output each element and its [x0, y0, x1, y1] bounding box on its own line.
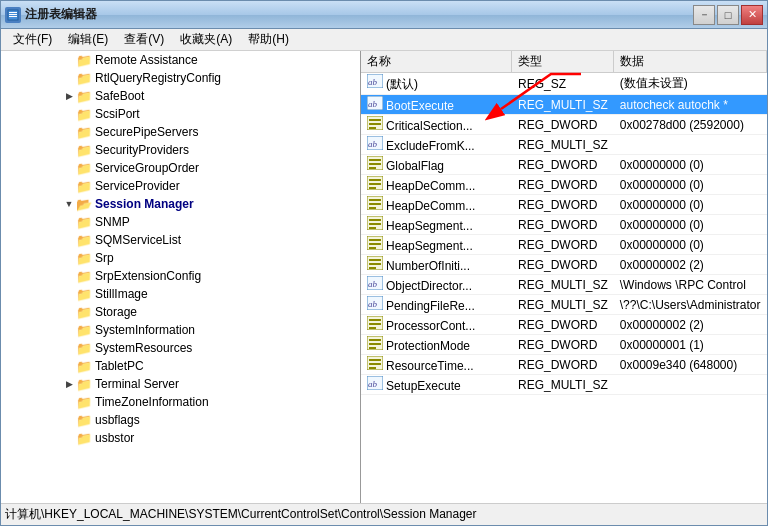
col-data[interactable]: 数据: [614, 51, 767, 73]
menu-favorites[interactable]: 收藏夹(A): [172, 29, 240, 50]
maximize-button[interactable]: □: [717, 5, 739, 25]
tree-item[interactable]: 📁usbstor: [1, 429, 360, 447]
tree-panel[interactable]: 📁Remote Assistance📁RtlQueryRegistryConfi…: [1, 51, 361, 503]
no-expand: [62, 251, 76, 265]
tree-item[interactable]: 📁ServiceProvider: [1, 177, 360, 195]
svg-rect-21: [369, 187, 376, 189]
svg-rect-27: [369, 219, 381, 221]
table-row[interactable]: HeapSegment...REG_DWORD0x00000000 (0): [361, 215, 767, 235]
tree-item[interactable]: 📁Remote Assistance: [1, 51, 360, 69]
minimize-button[interactable]: －: [693, 5, 715, 25]
title-bar: 注册表编辑器 － □ ✕: [1, 1, 767, 29]
cell-type: REG_DWORD: [512, 215, 614, 235]
tree-item[interactable]: 📁ServiceGroupOrder: [1, 159, 360, 177]
tree-item-label: usbflags: [95, 413, 140, 427]
table-row[interactable]: HeapDeComm...REG_DWORD0x00000000 (0): [361, 175, 767, 195]
window-controls: － □ ✕: [693, 5, 763, 25]
tree-item[interactable]: 📁Storage: [1, 303, 360, 321]
table-row[interactable]: ResourceTime...REG_DWORD0x0009e340 (6480…: [361, 355, 767, 375]
no-expand: [62, 287, 76, 301]
table-row[interactable]: NumberOfIniti...REG_DWORD0x00000002 (2): [361, 255, 767, 275]
ab-icon: ab: [367, 376, 383, 390]
menu-edit[interactable]: 编辑(E): [60, 29, 116, 50]
tree-item[interactable]: 📁TimeZoneInformation: [1, 393, 360, 411]
no-expand: [62, 269, 76, 283]
table-row[interactable]: ab PendingFileRe...REG_MULTI_SZ\??\C:\Us…: [361, 295, 767, 315]
cell-name: ProcessorCont...: [361, 315, 512, 335]
table-row[interactable]: ab ExcludeFromK...REG_MULTI_SZ: [361, 135, 767, 155]
menu-view[interactable]: 查看(V): [116, 29, 172, 50]
table-row[interactable]: ab BootExecuteREG_MULTI_SZautocheck auto…: [361, 95, 767, 115]
tree-item[interactable]: ▶📁SafeBoot: [1, 87, 360, 105]
no-expand: [62, 215, 76, 229]
svg-rect-2: [9, 16, 17, 17]
table-row[interactable]: HeapDeComm...REG_DWORD0x00000000 (0): [361, 195, 767, 215]
expand-icon[interactable]: ▶: [62, 377, 76, 391]
ab-icon: ab: [367, 276, 383, 290]
table-row[interactable]: HeapSegment...REG_DWORD0x00000000 (0): [361, 235, 767, 255]
table-row[interactable]: ab (默认)REG_SZ(数值未设置): [361, 73, 767, 95]
tree-item[interactable]: ▶📁Terminal Server: [1, 375, 360, 393]
menu-file[interactable]: 文件(F): [5, 29, 60, 50]
no-expand: [62, 413, 76, 427]
tree-item-label: SNMP: [95, 215, 130, 229]
expand-icon[interactable]: ▶: [62, 89, 76, 103]
tree-item[interactable]: 📁SNMP: [1, 213, 360, 231]
cell-name: ab BootExecute: [361, 95, 512, 115]
menu-help[interactable]: 帮助(H): [240, 29, 297, 50]
tree-item[interactable]: 📁SystemResources: [1, 339, 360, 357]
tree-item[interactable]: 📁TabletPC: [1, 357, 360, 375]
tree-item[interactable]: ▼📂Session Manager: [1, 195, 360, 213]
tree-item-label: StillImage: [95, 287, 148, 301]
folder-icon: 📂: [76, 197, 92, 211]
cell-data: \Windows \RPC Control: [614, 275, 767, 295]
cell-type: REG_DWORD: [512, 175, 614, 195]
status-text: 计算机\HKEY_LOCAL_MACHINE\SYSTEM\CurrentCon…: [5, 506, 477, 523]
cell-data: 0x0009e340 (648000): [614, 355, 767, 375]
tree-item[interactable]: 📁SystemInformation: [1, 321, 360, 339]
tree-item[interactable]: 📁RtlQueryRegistryConfig: [1, 69, 360, 87]
table-row[interactable]: ProtectionModeREG_DWORD0x00000001 (1): [361, 335, 767, 355]
cell-type: REG_SZ: [512, 73, 614, 95]
cell-name: ResourceTime...: [361, 355, 512, 375]
tree-item[interactable]: 📁Srp: [1, 249, 360, 267]
col-name[interactable]: 名称: [361, 51, 512, 73]
svg-rect-48: [369, 343, 381, 345]
svg-rect-29: [369, 227, 376, 229]
tree-item[interactable]: 📁usbflags: [1, 411, 360, 429]
svg-rect-53: [369, 367, 376, 369]
tree-item[interactable]: 📁StillImage: [1, 285, 360, 303]
folder-icon: 📁: [76, 305, 92, 319]
svg-rect-1: [9, 14, 17, 15]
expand-icon[interactable]: ▼: [62, 197, 76, 211]
reg-icon: [367, 336, 383, 350]
cell-data: 0x00000000 (0): [614, 235, 767, 255]
folder-icon: 📁: [76, 341, 92, 355]
tree-item[interactable]: 📁SrpExtensionConfig: [1, 267, 360, 285]
folder-icon: 📁: [76, 71, 92, 85]
folder-icon: 📁: [76, 107, 92, 121]
tree-item[interactable]: 📁ScsiPort: [1, 105, 360, 123]
table-row[interactable]: ProcessorCont...REG_DWORD0x00000002 (2): [361, 315, 767, 335]
cell-type: REG_DWORD: [512, 155, 614, 175]
close-button[interactable]: ✕: [741, 5, 763, 25]
svg-rect-35: [369, 259, 381, 261]
table-row[interactable]: CriticalSection...REG_DWORD0x00278d00 (2…: [361, 115, 767, 135]
table-row[interactable]: ab SetupExecuteREG_MULTI_SZ: [361, 375, 767, 395]
tree-item-label: SystemResources: [95, 341, 192, 355]
tree-item[interactable]: 📁SQMServiceList: [1, 231, 360, 249]
table-row[interactable]: ab ObjectDirector...REG_MULTI_SZ\Windows…: [361, 275, 767, 295]
window-title: 注册表编辑器: [25, 6, 693, 23]
right-panel[interactable]: 名称 类型 数据 ab (默认)REG_SZ(数值未设置) ab BootExe…: [361, 51, 767, 503]
status-bar: 计算机\HKEY_LOCAL_MACHINE\SYSTEM\CurrentCon…: [1, 503, 767, 525]
no-expand: [62, 431, 76, 445]
tree-item[interactable]: 📁SecurityProviders: [1, 141, 360, 159]
col-type[interactable]: 类型: [512, 51, 614, 73]
table-row[interactable]: GlobalFlagREG_DWORD0x00000000 (0): [361, 155, 767, 175]
cell-data: 0x00000002 (2): [614, 315, 767, 335]
folder-icon: 📁: [76, 377, 92, 391]
tree-item[interactable]: 📁SecurePipeServers: [1, 123, 360, 141]
cell-name: CriticalSection...: [361, 115, 512, 135]
folder-icon: 📁: [76, 233, 92, 247]
svg-rect-36: [369, 263, 381, 265]
